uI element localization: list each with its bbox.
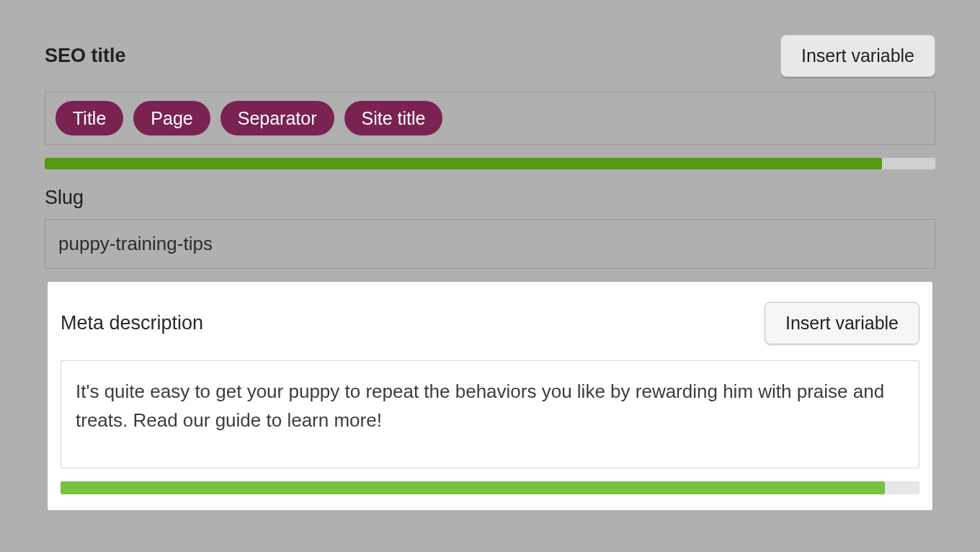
seo-title-label: SEO title	[45, 45, 126, 67]
meta-description-textarea[interactable]: It's quite easy to get your puppy to rep…	[61, 360, 919, 468]
meta-description-section: Meta description Insert variable It's qu…	[48, 282, 932, 510]
insert-variable-button-seo[interactable]: Insert variable	[780, 35, 935, 77]
seo-title-section: SEO title Insert variable Title Page Sep…	[32, 23, 948, 282]
seo-title-token[interactable]: Page	[133, 101, 210, 135]
meta-description-progress-bar	[61, 481, 919, 494]
meta-description-header: Meta description Insert variable	[61, 302, 919, 344]
seo-title-progress-fill	[45, 158, 882, 169]
slug-section: Slug	[45, 187, 935, 269]
seo-title-token-field[interactable]: Title Page Separator Site title	[45, 92, 935, 145]
slug-label: Slug	[45, 187, 935, 209]
insert-variable-button-meta[interactable]: Insert variable	[765, 302, 919, 344]
seo-title-progress-bar	[45, 158, 935, 169]
seo-title-token[interactable]: Separator	[220, 101, 334, 135]
meta-description-progress-fill	[61, 481, 885, 494]
seo-title-token[interactable]: Site title	[344, 101, 443, 135]
meta-description-label: Meta description	[61, 312, 203, 334]
seo-title-header: SEO title Insert variable	[45, 35, 935, 77]
seo-title-token[interactable]: Title	[55, 101, 123, 135]
slug-input[interactable]	[45, 219, 935, 269]
